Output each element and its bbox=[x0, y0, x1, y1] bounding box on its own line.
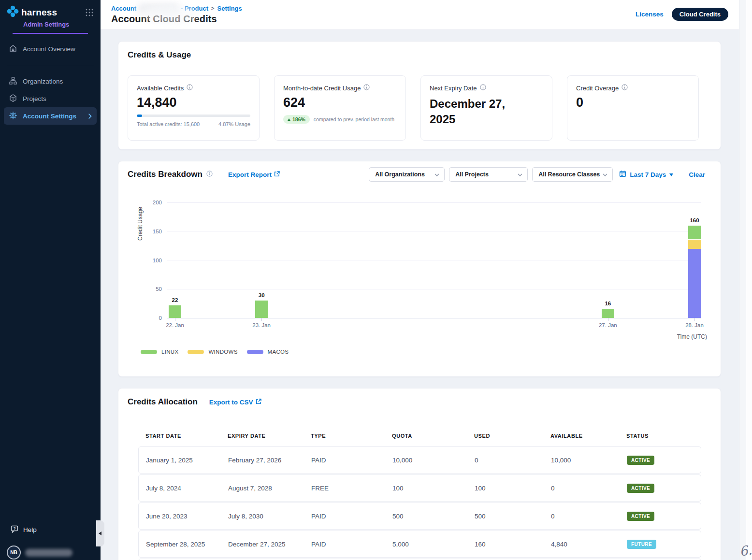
sidebar-item-projects[interactable]: Projects bbox=[4, 90, 97, 107]
gridline bbox=[167, 289, 701, 289]
credits-breakdown-title: Credits Breakdown bbox=[128, 170, 202, 179]
licenses-link[interactable]: Licenses bbox=[636, 11, 664, 18]
page: harness Admin Settings bbox=[0, 0, 752, 560]
breadcrumb-settings-link[interactable]: Settings bbox=[217, 5, 242, 12]
cell-start: September 28, 2025 bbox=[139, 541, 221, 548]
external-link-icon bbox=[274, 171, 280, 178]
x-tick-label: 27. Jan bbox=[586, 322, 630, 328]
sidebar-collapse-handle[interactable] bbox=[96, 520, 104, 546]
trend-up-icon bbox=[288, 118, 290, 121]
cell-expiry: July 8, 2030 bbox=[221, 513, 304, 520]
help-icon: ? bbox=[10, 525, 19, 535]
logo-wordmark: harness bbox=[21, 7, 57, 18]
legend-swatch bbox=[141, 350, 157, 354]
cell-expiry: August 7, 2028 bbox=[221, 485, 304, 492]
status-badge: FUTURE bbox=[627, 540, 656, 549]
y-tick-label: 50 bbox=[142, 286, 162, 292]
breadcrumb-product-link[interactable]: - Product bbox=[181, 5, 208, 12]
credits-progress-bar bbox=[137, 115, 250, 117]
cell-quota: 100 bbox=[385, 485, 467, 492]
credits-progress-fill bbox=[137, 115, 142, 117]
info-icon[interactable] bbox=[206, 170, 213, 179]
redacted-user-name bbox=[25, 549, 72, 557]
y-tick-label: 150 bbox=[142, 229, 162, 234]
column-header: TYPE bbox=[304, 433, 385, 439]
legend-item[interactable]: MACOS bbox=[247, 349, 289, 355]
credits-allocation-section: Credits Allocation Export to CSV START D… bbox=[118, 388, 721, 560]
export-report-link[interactable]: Export Report bbox=[228, 171, 280, 178]
x-tick-label: 22. Jan bbox=[153, 322, 197, 328]
cell-start: June 20, 2023 bbox=[139, 513, 221, 520]
column-header: QUOTA bbox=[385, 433, 467, 439]
export-csv-link[interactable]: Export to CSV bbox=[209, 399, 261, 406]
legend-item[interactable]: WINDOWS bbox=[188, 349, 237, 355]
sidebar-item-label: Projects bbox=[23, 95, 46, 102]
cell-quota: 10,000 bbox=[385, 457, 467, 464]
available-credits-card: Available Credits 14,840 Total active cr… bbox=[128, 75, 260, 141]
cell-used: 500 bbox=[467, 513, 544, 520]
info-icon[interactable] bbox=[363, 84, 370, 92]
chart-plot: Credit Usage 0501001502002222. Jan3023. … bbox=[167, 203, 701, 318]
admin-settings-subtitle: Admin Settings bbox=[23, 21, 94, 28]
cell-type: FREE bbox=[304, 485, 385, 492]
cell-expiry: December 27, 2025 bbox=[221, 541, 304, 548]
cell-type: PAID bbox=[304, 457, 385, 464]
bar-value-label: 16 bbox=[593, 301, 622, 306]
chart-filters: All Organizations All Projects All Resou… bbox=[369, 167, 705, 182]
legend-item[interactable]: LINUX bbox=[141, 349, 178, 355]
allocation-table-head: START DATEEXPIRY DATETYPEQUOTAUSEDAVAILA… bbox=[138, 433, 701, 446]
cell-quota: 500 bbox=[385, 513, 467, 520]
content: Credits & Usage Available Credits 14,840… bbox=[101, 30, 752, 560]
x-tickmark bbox=[694, 318, 695, 321]
y-tick-label: 0 bbox=[142, 315, 162, 321]
caret-down-icon bbox=[669, 173, 673, 176]
help-button[interactable]: ? Help bbox=[10, 525, 37, 535]
y-tick-label: 100 bbox=[142, 258, 162, 263]
bar-value-label: 30 bbox=[247, 292, 276, 298]
sidebar: harness Admin Settings bbox=[0, 0, 101, 560]
credit-overage-card: Credit Overage 0 bbox=[567, 75, 699, 141]
credit-overage-label: Credit Overage bbox=[576, 85, 619, 92]
breadcrumb-account-link[interactable]: Account bbox=[111, 5, 136, 12]
delta-note: compared to prev. period last month bbox=[314, 116, 394, 122]
chevron-down-icon bbox=[518, 171, 522, 178]
cell-used: 160 bbox=[467, 541, 544, 548]
table-row: June 20, 2023July 8, 2030PAID5005000ACTI… bbox=[138, 503, 701, 530]
credits-breakdown-section: Credits Breakdown Export Report All Orga… bbox=[118, 161, 721, 377]
total-active-credits: Total active credits: 15,600 bbox=[137, 121, 200, 127]
x-tick-label: 28. Jan bbox=[673, 322, 716, 328]
sidebar-item-account-settings[interactable]: Account Settings bbox=[4, 107, 97, 125]
clear-filters-link[interactable]: Clear bbox=[689, 171, 705, 178]
header-actions: Licenses Cloud Credits bbox=[636, 8, 728, 21]
legend-swatch bbox=[247, 350, 263, 354]
resource-classes-filter[interactable]: All Resource Classes bbox=[532, 167, 613, 182]
sidebar-item-organizations[interactable]: Organizations bbox=[4, 72, 97, 90]
corner-annotation: 6. bbox=[738, 542, 752, 559]
cell-available: 0 bbox=[544, 485, 620, 492]
module-grid-icon[interactable] bbox=[85, 8, 94, 19]
column-header: USED bbox=[467, 433, 543, 439]
cell-used: 0 bbox=[467, 457, 544, 464]
info-icon[interactable] bbox=[187, 84, 193, 92]
gridline bbox=[167, 260, 701, 260]
status-badge: ACTIVE bbox=[627, 456, 654, 465]
info-icon[interactable] bbox=[480, 84, 486, 92]
avatar[interactable]: NB bbox=[7, 546, 21, 560]
breadcrumb: Account - Product > Settings bbox=[111, 4, 242, 13]
chart-legend: LINUXWINDOWSMACOS bbox=[141, 349, 289, 355]
info-icon[interactable] bbox=[622, 84, 628, 92]
credits-usage-section: Credits & Usage Available Credits 14,840… bbox=[118, 41, 721, 150]
delta-percent: 186% bbox=[292, 116, 305, 122]
sidebar-item-account-overview[interactable]: Account Overview bbox=[4, 40, 97, 57]
page-scrollbar[interactable] bbox=[746, 0, 752, 560]
cloud-credits-button[interactable]: Cloud Credits bbox=[672, 8, 728, 21]
projects-filter[interactable]: All Projects bbox=[449, 167, 528, 182]
date-range-picker[interactable]: Last 7 Days bbox=[619, 170, 673, 179]
organizations-filter[interactable]: All Organizations bbox=[369, 167, 445, 182]
bar-segment-linux bbox=[255, 301, 268, 318]
credit-overage-value: 0 bbox=[576, 95, 690, 110]
cube-icon bbox=[9, 94, 17, 104]
page-header: Account - Product > Settings Account Clo… bbox=[101, 0, 752, 30]
svg-text:?: ? bbox=[13, 526, 15, 531]
user-profile[interactable]: NB bbox=[7, 546, 72, 560]
